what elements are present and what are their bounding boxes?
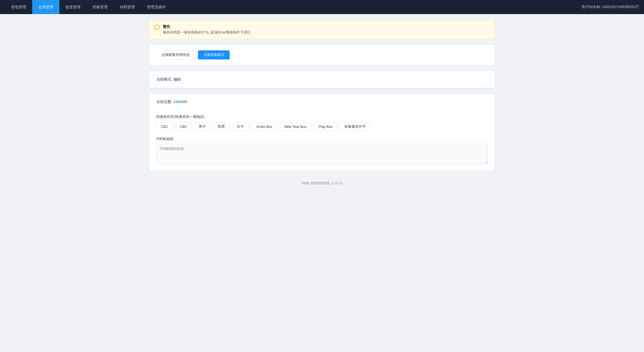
- footer: RWR 存档管理系统, v: 0.7.0: [0, 177, 644, 188]
- warning-content: 警告 修改存档是一项有风险的行为, 必须在rwr离线操作下进行: [163, 24, 251, 35]
- quick-btn-play-box[interactable]: Play Box: [314, 123, 337, 131]
- nav-item-backpack[interactable]: 背包管理: [5, 0, 32, 14]
- mode-card: 当前模式: 编辑: [149, 71, 495, 88]
- action-card: 点我获取存档信息 点我切换模式: [149, 44, 495, 66]
- switch-mode-button[interactable]: 点我切换模式: [198, 50, 230, 59]
- stats-total-suffix: /300: [180, 99, 187, 104]
- warning-desc: 修改存档是一项有风险的行为, 必须在rwr离线操作下进行: [163, 30, 251, 35]
- action-btn-row: 点我获取存档信息 点我切换模式: [156, 50, 488, 59]
- get-info-button[interactable]: 点我获取存档信息: [156, 50, 195, 59]
- warning-box: ! 警告 修改存档是一项有风险的行为, 必须在rwr离线操作下进行: [149, 20, 495, 39]
- navbar: 背包管理 仓库管理 改造管理 经验管理 存档管理 管理员操作 用户ID/名称: …: [0, 0, 644, 14]
- code-paste-textarea[interactable]: [156, 144, 488, 164]
- footer-text: RWR 存档管理系统, v: 0.7.0: [302, 181, 342, 185]
- nav-item-admin[interactable]: 管理员操作: [141, 0, 172, 14]
- user-info: 用户ID/名称: 1432226718/KREEDZT: [581, 5, 639, 9]
- quick-btn-colorful-ticket[interactable]: 彩票: [213, 123, 230, 131]
- nav-item-archive[interactable]: 存档管理: [114, 0, 141, 14]
- divider: [156, 109, 488, 110]
- quick-btn-black-card[interactable]: 黑卡: [194, 123, 211, 131]
- quick-btn-xmas-box[interactable]: Xmas Box: [251, 123, 277, 131]
- warning-icon: !: [154, 25, 160, 30]
- quick-btn-cb2[interactable]: CB2: [175, 123, 191, 131]
- stats-label-prefix: 当前总数:: [156, 99, 173, 104]
- mode-label: 当前模式: 编辑: [156, 77, 181, 81]
- stats-card: 当前总数: 154/300 快捷操作区(快速添加一项物品) CB1 CB2 黑卡…: [149, 93, 495, 171]
- stats-count: 154: [173, 99, 180, 104]
- stats-total: 当前总数: 154/300: [156, 99, 488, 104]
- quick-btn-cb1[interactable]: CB1: [156, 123, 173, 131]
- nav-item-modify[interactable]: 改造管理: [59, 0, 87, 14]
- warning-title: 警告: [163, 24, 251, 29]
- code-paste-label: 代码粘贴区: [156, 137, 488, 141]
- nav-item-warehouse[interactable]: 仓库管理: [32, 0, 59, 14]
- quick-ops-label: 快捷操作区(快速添加一项物品): [156, 115, 488, 119]
- quick-btn-white-card[interactable]: 白卡: [232, 123, 249, 131]
- quick-ops-buttons: CB1 CB2 黑卡 彩票 白卡 Xmas Box New Year Box P…: [156, 123, 488, 131]
- quick-btn-build-permit[interactable]: 装备建造许可: [340, 123, 370, 131]
- main-content: ! 警告 修改存档是一项有风险的行为, 必须在rwr离线操作下进行 点我获取存档…: [141, 14, 503, 177]
- quick-btn-new-year-box[interactable]: New Year Box: [279, 123, 311, 131]
- nav-item-experience[interactable]: 经验管理: [87, 0, 114, 14]
